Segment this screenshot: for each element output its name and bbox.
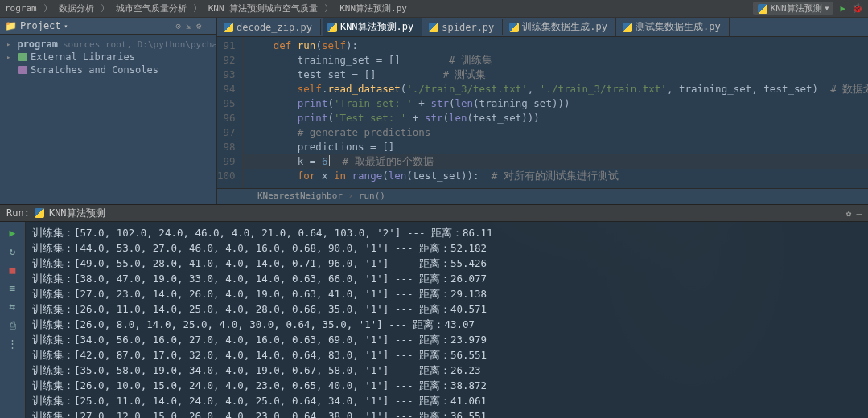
scratch-icon	[18, 66, 27, 74]
tab-label: 训练集数据生成.py	[522, 20, 607, 34]
debug-icon[interactable]: 🐞	[852, 3, 863, 14]
tab-label: decode_zip.py	[237, 22, 312, 33]
crumb[interactable]: 城市空气质量分析	[116, 2, 187, 14]
python-icon	[327, 23, 337, 32]
file-tab[interactable]: decode_zip.py	[219, 19, 321, 35]
project-panel-header[interactable]: 📁 Project ▾ ⊙ ⇲ ⚙ —	[0, 18, 216, 35]
tree-node-program[interactable]: ▸ program sources root, D:\python\pychar…	[5, 38, 216, 51]
console-output[interactable]: 训练集：[57.0, 102.0, 24.0, 46.0, 4.0, 21.0,…	[26, 222, 868, 418]
settings-icon[interactable]: ⊙	[176, 21, 182, 31]
tab-label: 测试集数据生成.py	[636, 20, 721, 34]
restart-icon[interactable]: ↻	[10, 245, 16, 257]
python-icon	[623, 23, 632, 32]
python-icon	[429, 23, 438, 32]
python-icon	[509, 23, 519, 32]
rerun-icon[interactable]: ▶	[10, 227, 16, 239]
python-icon	[758, 4, 767, 14]
print-icon[interactable]: ⎙	[10, 319, 16, 331]
project-title: Project	[20, 20, 61, 31]
library-icon	[18, 53, 27, 61]
stop-icon[interactable]: ■	[10, 264, 16, 276]
file-tab[interactable]: KNN算法预测.py	[323, 18, 422, 36]
structure-breadcrumb[interactable]: KNearestNeighbor run()	[217, 188, 868, 204]
gear-icon[interactable]: ⚙	[196, 21, 202, 31]
chevron-down-icon: ▼	[825, 5, 829, 12]
file-tab[interactable]: 测试集数据生成.py	[618, 18, 730, 36]
run-config-name: KNN算法预测	[49, 207, 105, 220]
navigation-breadcrumb: rogram〉 数据分析〉 城市空气质量分析〉 KNN 算法预测城市空气质量〉 …	[0, 0, 868, 18]
chevron-down-icon: ▾	[64, 23, 68, 30]
project-tool-window: 📁 Project ▾ ⊙ ⇲ ⚙ — ▸ program sources ro…	[0, 18, 217, 204]
tree-node-scratches[interactable]: Scratches and Consoles	[5, 64, 216, 76]
node-hint: sources root, D:\python\pycharm2020\prog…	[63, 39, 216, 50]
breadcrumb-item[interactable]: run()	[348, 191, 385, 201]
run-label: Run:	[6, 207, 30, 219]
more-icon[interactable]: ⋮	[7, 338, 18, 350]
run-tool-header[interactable]: Run: KNN算法预测 ✿ —	[0, 204, 868, 222]
node-label: Scratches and Consoles	[31, 64, 158, 76]
node-label: program	[17, 39, 58, 50]
hide-icon[interactable]: —	[856, 208, 862, 219]
run-icon[interactable]: ▶	[840, 3, 845, 14]
file-tab[interactable]: 训练集数据生成.py	[504, 18, 616, 36]
collapse-icon[interactable]: ⇲	[186, 21, 191, 31]
layout-icon[interactable]: ≡	[10, 282, 16, 294]
gear-icon[interactable]: ✿	[846, 208, 852, 219]
python-icon	[35, 208, 44, 218]
run-config-label: KNN算法预测	[771, 2, 822, 14]
node-label: External Libraries	[31, 51, 135, 63]
editor-tabs: decode_zip.py KNN算法预测.py spider.py 训练集数据…	[217, 18, 868, 37]
crumb[interactable]: rogram	[5, 3, 37, 14]
tab-label: KNN算法预测.py	[340, 20, 413, 34]
line-gutter: 919293949596979899100	[217, 37, 243, 188]
run-side-toolbar: ▶ ↻ ■ ≡ ⇆ ⎙ ⋮	[0, 222, 26, 418]
crumb[interactable]: 数据分析	[59, 2, 94, 14]
python-icon	[224, 23, 233, 32]
file-tab[interactable]: spider.py	[424, 19, 503, 35]
tab-label: spider.py	[442, 22, 494, 33]
hide-icon[interactable]: —	[206, 21, 212, 31]
code-content[interactable]: def run(self): training_set = [] # 训练集 t…	[243, 37, 868, 188]
code-editor[interactable]: 919293949596979899100 def run(self): tra…	[217, 37, 868, 188]
tree-node-ext-libs[interactable]: ▸ External Libraries	[5, 51, 216, 64]
scroll-icon[interactable]: ⇆	[10, 301, 16, 313]
run-config-selector[interactable]: KNN算法预测 ▼	[753, 2, 834, 15]
breadcrumb-item[interactable]: KNearestNeighbor	[257, 191, 343, 201]
crumb[interactable]: KNN算法预测.py	[339, 2, 407, 14]
crumb[interactable]: KNN 算法预测城市空气质量	[208, 2, 319, 14]
